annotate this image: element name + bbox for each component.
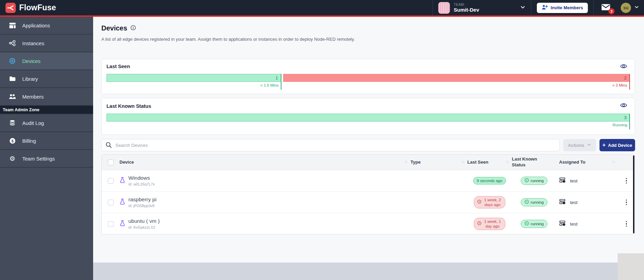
sidebar-item-library[interactable]: Library bbox=[0, 70, 93, 88]
sidebar-item-members[interactable]: Members bbox=[0, 88, 93, 106]
notifications-button[interactable]: 3 bbox=[594, 0, 619, 15]
col-header-last-known-status: Last Known Status bbox=[512, 156, 546, 168]
sort-icon[interactable]: ↑↓ bbox=[461, 160, 464, 165]
application-icon bbox=[559, 220, 566, 228]
sidebar-item-audit-log[interactable]: Audit Log bbox=[0, 114, 93, 132]
search-input[interactable] bbox=[101, 139, 560, 151]
team-admin-zone-label: Team Admin Zone bbox=[0, 106, 93, 114]
row-checkbox[interactable] bbox=[108, 178, 114, 184]
row-checkbox[interactable] bbox=[108, 200, 114, 205]
application-icon bbox=[559, 199, 566, 206]
sidebar-item-applications[interactable]: Applications bbox=[0, 17, 93, 35]
page-title: Devices bbox=[101, 24, 127, 32]
assigned-to-link[interactable]: test bbox=[570, 178, 578, 183]
logo-text: FlowFuse bbox=[19, 3, 56, 12]
last-seen-bar-chart: 1 < 1.5 Mins 2 > 3 Mins bbox=[106, 74, 630, 90]
play-circle-icon bbox=[525, 200, 529, 205]
instances-icon bbox=[9, 40, 16, 46]
sidebar-item-devices[interactable]: Devices bbox=[0, 52, 93, 70]
accent-divider bbox=[0, 15, 644, 17]
sidebar: Applications Instances Devices Library M… bbox=[0, 17, 93, 280]
row-checkbox[interactable] bbox=[108, 221, 114, 227]
last-seen-segment-recent: 1 < 1.5 Mins bbox=[106, 74, 281, 90]
dollar-icon: $ bbox=[9, 138, 16, 144]
library-icon bbox=[9, 76, 16, 81]
status-badge: running bbox=[521, 177, 547, 185]
sidebar-item-label: Billing bbox=[22, 138, 36, 144]
bar-label: Running bbox=[106, 122, 629, 129]
invite-members-label: Invite Members bbox=[551, 5, 583, 10]
last-seen-badge: 1 week, 2 days ago bbox=[474, 196, 505, 209]
gear-icon: ⚙ bbox=[9, 155, 16, 162]
device-id: id: w0L26q7L7x bbox=[128, 182, 155, 187]
bar-label: > 3 Mins bbox=[283, 82, 629, 90]
status-badge: running bbox=[521, 198, 547, 206]
assigned-to-link[interactable]: test bbox=[570, 200, 578, 205]
sidebar-item-team-settings[interactable]: ⚙ Team Settings bbox=[0, 150, 93, 168]
search-icon bbox=[105, 142, 112, 150]
col-header-device: Device bbox=[119, 160, 134, 165]
sidebar-item-billing[interactable]: $ Billing bbox=[0, 132, 93, 150]
vertical-scrollbar[interactable] bbox=[633, 155, 634, 233]
page-description: A list of all edge devices registered in… bbox=[101, 37, 635, 42]
sidebar-item-label: Applications bbox=[22, 23, 50, 28]
team-selector[interactable]: TEAM: Sumit-Dev bbox=[433, 0, 531, 15]
plus-icon: + bbox=[602, 142, 605, 148]
team-label: TEAM: bbox=[454, 3, 479, 7]
col-header-type: Type bbox=[411, 160, 420, 165]
col-header-assigned-to: Assigned To bbox=[559, 160, 585, 165]
select-all-checkbox[interactable] bbox=[108, 160, 114, 165]
table-row[interactable]: ubuntu ( vm ) id: KvGpkzzLX2 1 week, 1 d… bbox=[102, 213, 635, 234]
last-known-status-title: Last Known Status bbox=[106, 103, 630, 109]
status-segment-running: 3 Running bbox=[106, 114, 630, 129]
kebab-menu-icon[interactable] bbox=[624, 198, 629, 207]
last-seen-segment-stale: 2 > 3 Mins bbox=[283, 74, 630, 90]
device-id: id: KvGpkzzLX2 bbox=[128, 225, 160, 230]
scrollbar-corner bbox=[618, 253, 644, 280]
bar-value: 3 bbox=[106, 114, 629, 122]
flowfuse-logo[interactable]: FlowFuse bbox=[0, 3, 62, 13]
table-row[interactable]: Windows id: w0L26q7L7x 9 seconds ago run… bbox=[102, 170, 635, 192]
actions-button[interactable]: Actions bbox=[563, 139, 596, 151]
play-circle-icon bbox=[525, 221, 529, 227]
bar-value: 2 bbox=[283, 74, 629, 82]
user-menu[interactable]: su bbox=[619, 0, 644, 15]
device-id: id: jPG5Bpp3v8 bbox=[128, 204, 156, 208]
kebab-menu-icon[interactable] bbox=[624, 220, 629, 228]
top-navbar: FlowFuse TEAM: Sumit-Dev bbox=[0, 0, 644, 15]
flowfuse-logo-icon bbox=[5, 3, 16, 13]
device-name: raspberry pi bbox=[128, 196, 156, 203]
eye-icon[interactable] bbox=[620, 63, 627, 70]
avatar: su bbox=[621, 3, 631, 13]
chevron-down-icon bbox=[520, 4, 526, 11]
add-device-button[interactable]: + Add Device bbox=[599, 139, 635, 151]
devices-icon bbox=[9, 58, 16, 64]
table-row[interactable]: raspberry pi id: jPG5Bpp3v8 1 week, 2 da… bbox=[102, 192, 635, 213]
chevron-down-icon bbox=[587, 142, 591, 148]
last-seen-badge: 1 week, 1 day ago bbox=[474, 218, 505, 230]
sort-icon[interactable]: ↑↓ bbox=[612, 160, 615, 165]
info-icon[interactable] bbox=[130, 25, 136, 32]
team-name: Sumit-Dev bbox=[454, 7, 479, 13]
main-content: Devices A list of all edge devices regis… bbox=[93, 17, 644, 280]
add-device-label: Add Device bbox=[608, 143, 632, 148]
sort-icon[interactable]: ↑↓ bbox=[404, 160, 407, 165]
members-icon bbox=[9, 94, 16, 99]
flask-icon bbox=[119, 220, 125, 228]
user-plus-icon bbox=[542, 4, 548, 11]
flask-icon bbox=[119, 177, 125, 185]
actions-label: Actions bbox=[568, 143, 584, 148]
eye-icon[interactable] bbox=[620, 102, 627, 109]
sidebar-item-instances[interactable]: Instances bbox=[0, 35, 93, 52]
device-name: ubuntu ( vm ) bbox=[128, 218, 160, 225]
sort-icon[interactable]: ↑↓ bbox=[506, 160, 508, 165]
sidebar-item-label: Members bbox=[22, 94, 44, 100]
kebab-menu-icon[interactable] bbox=[624, 177, 629, 185]
assigned-to-link[interactable]: test bbox=[570, 221, 578, 227]
application-icon bbox=[559, 177, 566, 184]
database-icon bbox=[9, 120, 16, 126]
bar-label: < 1.5 Mins bbox=[106, 82, 281, 90]
chevron-down-icon bbox=[634, 4, 639, 11]
invite-members-button[interactable]: Invite Members bbox=[537, 3, 588, 13]
page-bottom-strip bbox=[93, 263, 644, 280]
